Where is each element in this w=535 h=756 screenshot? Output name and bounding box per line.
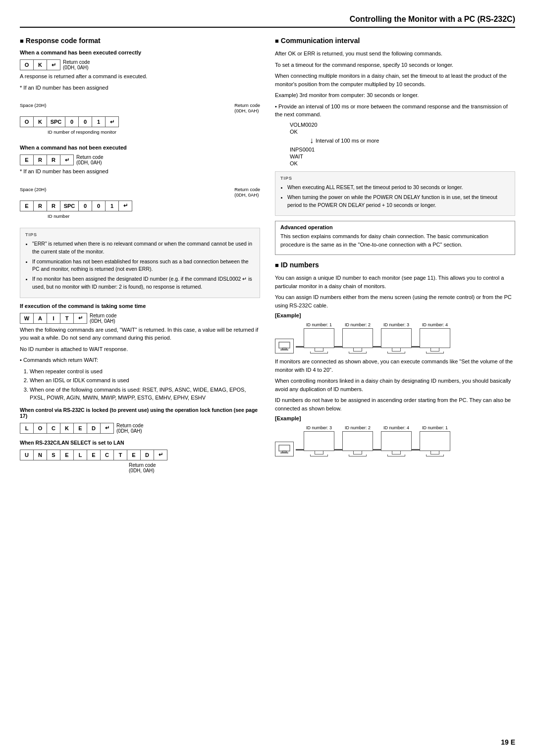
tips-title-2: TIPS — [280, 175, 510, 182]
advanced-title: Advanced operation — [280, 224, 510, 230]
cell-e2: E — [20, 201, 34, 211]
wait-diagram: W A I T ↵ Return code (0DH, 0AH) — [20, 313, 260, 324]
id-number-label: ID number — [48, 213, 260, 219]
cell-l-lan: L — [73, 450, 87, 460]
wait-body1: When the following commands are used, "W… — [20, 326, 260, 342]
err-id-labels: Space (20H) Return code(0DH, 0AH) — [20, 187, 260, 198]
connector-1 — [296, 346, 304, 348]
cell-o: O — [20, 59, 34, 70]
interval-arrow-row: ↓ Interval of 100 ms or more — [310, 137, 379, 145]
page-title: Controlling the Monitor with a PC (RS-23… — [350, 15, 515, 23]
monitor-4-base — [426, 352, 444, 353]
lock-rc-label: Return code — [116, 423, 143, 428]
lan-title: When RS-232C/LAN SELECT is set to LAN — [20, 440, 260, 446]
lock-diagram: L O C K E D ↵ Return code (0DH, 0AH) — [20, 423, 260, 434]
monitor-4-box — [420, 328, 450, 348]
monitor-3: ID number: 3 — [381, 322, 412, 353]
rc-value: (0DH, 0AH) — [63, 65, 90, 70]
cell-k-lock: K — [60, 423, 74, 434]
cell-r3: R — [33, 201, 47, 211]
monitor-1-stand — [315, 348, 323, 352]
monitor-1: ID number: 1 — [304, 322, 334, 353]
if-id-assigned2: * If an ID number has been assigned — [20, 167, 260, 176]
ok-id-diagram: Space (20H) Return code(0DH, 0AH) O K SP… — [20, 102, 260, 135]
cell-r4: R — [47, 201, 60, 211]
wait-label: WAIT — [290, 153, 303, 159]
monitor-ex2-1-label: ID number: 3 — [306, 425, 332, 430]
monitor-ex2-4-label: ID number: 1 — [422, 425, 448, 430]
monitor-row-2: ID number: 3 ID number: 2 — [275, 425, 515, 456]
id-body2: You can assign ID numbers either from th… — [275, 293, 515, 309]
monitor-ex2-4-base — [426, 454, 444, 456]
right-column: Communication interval After OK or ERR i… — [275, 37, 515, 483]
response-section-title: Response code format — [20, 37, 260, 45]
cell-o2: O — [20, 116, 34, 127]
lock-cells: L O C K E D ↵ Return code (0DH, 0AH) — [20, 423, 260, 434]
cell-a: A — [33, 313, 47, 324]
connector-8 — [412, 449, 420, 451]
id-section-title: ID numbers — [275, 261, 515, 269]
monitor-ex2-1-stand — [315, 451, 323, 454]
cell-ret3: ↵ — [60, 154, 74, 165]
monitor-3-label: ID number: 3 — [383, 322, 409, 327]
monitor-1-base — [310, 352, 328, 353]
err-id-cells: E R R SPC 0 0 1 ↵ — [20, 201, 260, 211]
interval-diagram: VOLM0020 OK ↓ Interval of 100 ms or more… — [290, 122, 515, 166]
comm-body3: When connecting multiple monitors in a d… — [275, 72, 515, 88]
cell-e2-lan: E — [87, 450, 101, 460]
monitor-ex2-2-base — [349, 454, 367, 456]
commands-wait-label: • Commands which return WAIT: — [20, 356, 260, 364]
monitor-ex2-4-stand — [430, 451, 439, 454]
monitor-2: ID number: 2 — [342, 322, 373, 353]
monitor-ex2-1-box — [304, 431, 334, 451]
cell-k2: K — [33, 116, 47, 127]
monitor-ex2-1-base — [310, 454, 328, 456]
interval-label: Interval of 100 ms or more — [316, 138, 379, 144]
monitor-ex2-3-stand — [392, 451, 401, 454]
svg-rect-3 — [279, 445, 290, 451]
cell-spc2: SPC — [60, 201, 79, 211]
cell-u: U — [20, 450, 34, 460]
lock-rc: Return code (0DH, 0AH) — [116, 423, 143, 434]
wait-cells: W A I T ↵ Return code (0DH, 0AH) — [20, 313, 260, 324]
space-label: Space (20H) — [20, 102, 46, 113]
monitor-ex2-2-stand — [353, 451, 362, 454]
comm-body2: To set a timeout for the command respons… — [275, 61, 515, 69]
svg-rect-5 — [281, 453, 288, 454]
cell-r2: R — [47, 154, 60, 165]
monitor-ex2-2-box — [342, 431, 373, 451]
advanced-box: Advanced operation This section explains… — [275, 221, 515, 255]
id-responding-label: ID number of responding monitor — [48, 129, 260, 135]
monitor-ex2-4-box — [420, 431, 450, 451]
monitor-3-stand — [392, 348, 401, 352]
err-diagram: E R R ↵ Return code (0DH, 0AH) — [20, 154, 260, 165]
ok-id-cells: O K SPC 0 0 1 ↵ — [20, 116, 260, 127]
cell-e: E — [20, 154, 34, 165]
cell-0d: 0 — [92, 201, 106, 211]
connector-6 — [334, 449, 342, 451]
monitor-4-stand — [430, 348, 439, 352]
monitor-2-box — [342, 328, 373, 348]
monitor-ex2-3-box — [381, 431, 412, 451]
taking-time-title: If execution of the command is taking so… — [20, 303, 260, 309]
comm-body1: After OK or ERR is returned, you must se… — [275, 50, 515, 58]
lan-rc: Return code(0DH, 0AH) — [129, 462, 260, 473]
monitor-ex2-2-label: ID number: 2 — [345, 425, 371, 430]
monitor-ex2-3-base — [387, 454, 405, 456]
tips-item-3: If no monitor has been assigned the desi… — [32, 275, 255, 291]
pc-unit — [275, 339, 294, 353]
lock-title: When control via RS-232C is locked (to p… — [20, 407, 260, 419]
id-body5: ID numbers do not have to be assigned in… — [275, 396, 515, 412]
cell-e-lock: E — [73, 423, 87, 434]
cell-ret6: ↵ — [100, 423, 114, 434]
cell-1: 1 — [92, 116, 106, 127]
tips-item-2: If communication has not been establishe… — [32, 258, 255, 274]
monitor-ex2-4: ID number: 1 — [420, 425, 450, 456]
pc-box-2 — [275, 442, 294, 456]
monitor-ex2-1: ID number: 3 — [304, 425, 334, 456]
err-return-code-label: Return code(0DH, 0AH) — [234, 187, 260, 198]
svg-rect-0 — [279, 342, 290, 348]
monitor-2-stand — [353, 348, 362, 352]
comm-body4: Example) 3rd monitor from computer: 30 s… — [275, 91, 515, 100]
monitor-4: ID number: 4 — [420, 322, 450, 353]
